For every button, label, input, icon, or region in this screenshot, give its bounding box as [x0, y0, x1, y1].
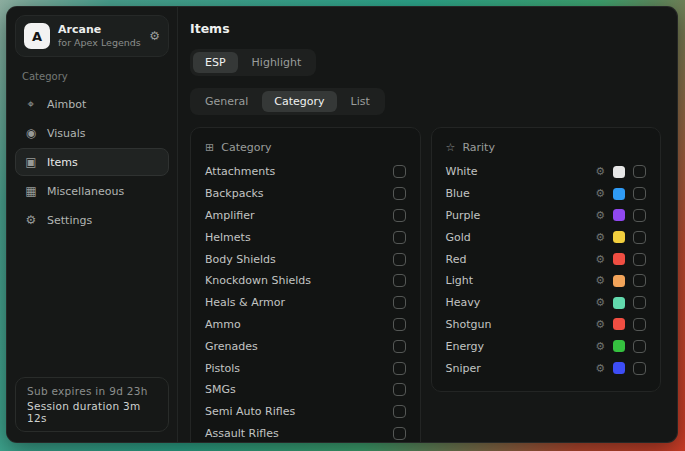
rarity-row: Light ⚙: [446, 270, 647, 292]
rarity-checkbox[interactable]: [633, 296, 646, 309]
gear-icon[interactable]: ⚙: [595, 254, 605, 265]
color-swatch[interactable]: [613, 209, 625, 221]
category-row-label: Backpacks: [205, 187, 264, 200]
rarity-row-label: Purple: [446, 209, 481, 222]
app-subtitle: for Apex Legends: [58, 37, 141, 49]
gear-icon[interactable]: ⚙: [595, 275, 605, 286]
category-row-label: Grenades: [205, 340, 258, 353]
rarity-row: Shotgun ⚙: [446, 314, 647, 336]
category-row: Semi Auto Rifles: [205, 401, 406, 423]
color-swatch[interactable]: [613, 275, 625, 287]
view-tab[interactable]: Category: [262, 91, 336, 112]
category-row: Body Shields: [205, 248, 406, 270]
sidebar-item-label: Items: [47, 156, 78, 169]
color-swatch[interactable]: [613, 231, 625, 243]
sidebar-nav: ⌖ Aimbot ◉ Visuals ▣ Items ▦ Miscellaneo…: [7, 90, 177, 234]
color-swatch[interactable]: [613, 166, 625, 178]
page-title: Items: [190, 21, 661, 36]
rarity-checkbox[interactable]: [633, 362, 646, 375]
view-tab[interactable]: List: [339, 91, 382, 112]
rarity-checkbox[interactable]: [633, 187, 646, 200]
app-title: Arcane: [58, 23, 141, 37]
rarity-checkbox[interactable]: [633, 274, 646, 287]
rarity-row: Gold ⚙: [446, 226, 647, 248]
mode-tab[interactable]: Highlight: [240, 52, 314, 73]
rarity-panel: ☆ Rarity White ⚙: [431, 127, 662, 392]
category-checkbox[interactable]: [393, 383, 406, 396]
category-row: Knockdown Shields: [205, 270, 406, 292]
crosshair-icon: ⌖: [24, 97, 38, 111]
rarity-checkbox[interactable]: [633, 318, 646, 331]
category-row: SMGs: [205, 379, 406, 401]
category-checkbox[interactable]: [393, 340, 406, 353]
category-checkbox[interactable]: [393, 405, 406, 418]
category-row-label: Ammo: [205, 318, 241, 331]
rarity-checkbox[interactable]: [633, 253, 646, 266]
rarity-row-label: Energy: [446, 340, 485, 353]
category-checkbox[interactable]: [393, 296, 406, 309]
rarity-checkbox[interactable]: [633, 231, 646, 244]
rarity-row: Red ⚙: [446, 248, 647, 270]
color-swatch[interactable]: [613, 253, 625, 265]
category-row-label: Amplifier: [205, 209, 255, 222]
category-checkbox[interactable]: [393, 187, 406, 200]
sidebar-item[interactable]: ◉ Visuals: [15, 119, 169, 147]
category-row: Attachments: [205, 161, 406, 183]
gear-icon[interactable]: ⚙: [149, 29, 160, 43]
app-logo: A: [24, 23, 50, 49]
category-row-label: Semi Auto Rifles: [205, 405, 295, 418]
view-tab[interactable]: General: [193, 91, 260, 112]
color-swatch[interactable]: [613, 340, 625, 352]
gear-icon[interactable]: ⚙: [595, 166, 605, 177]
color-swatch[interactable]: [613, 188, 625, 200]
category-row: Grenades: [205, 335, 406, 357]
gear-icon[interactable]: ⚙: [595, 188, 605, 199]
sidebar-item[interactable]: ⚙ Settings: [15, 206, 169, 234]
session-duration-text: Session duration 3m 12s: [27, 400, 157, 424]
gear-icon[interactable]: ⚙: [595, 363, 605, 374]
rarity-checkbox[interactable]: [633, 340, 646, 353]
rarity-row-label: Sniper: [446, 362, 481, 375]
grid-small-icon: ⊞: [205, 141, 214, 154]
gear-icon[interactable]: ⚙: [595, 232, 605, 243]
category-checkbox[interactable]: [393, 231, 406, 244]
mode-tabs: ESP Highlight: [190, 49, 316, 76]
category-row: Heals & Armor: [205, 292, 406, 314]
gear-icon[interactable]: ⚙: [595, 341, 605, 352]
rarity-row: Purple ⚙: [446, 205, 647, 227]
sidebar-item[interactable]: ▣ Items: [15, 148, 169, 176]
category-checkbox[interactable]: [393, 209, 406, 222]
category-checkbox[interactable]: [393, 253, 406, 266]
category-checkbox[interactable]: [393, 165, 406, 178]
color-swatch[interactable]: [613, 297, 625, 309]
app-header-card: A Arcane for Apex Legends ⚙: [15, 15, 169, 57]
rarity-row: Heavy ⚙: [446, 292, 647, 314]
rarity-row: Energy ⚙: [446, 335, 647, 357]
rarity-checkbox[interactable]: [633, 165, 646, 178]
category-row-label: Knockdown Shields: [205, 274, 311, 287]
gear-icon[interactable]: ⚙: [595, 319, 605, 330]
rarity-row-label: Shotgun: [446, 318, 492, 331]
category-checkbox[interactable]: [393, 274, 406, 287]
sidebar-item-label: Settings: [47, 214, 92, 227]
category-checkbox[interactable]: [393, 427, 406, 440]
color-swatch[interactable]: [613, 318, 625, 330]
color-swatch[interactable]: [613, 362, 625, 374]
rarity-checkbox[interactable]: [633, 209, 646, 222]
category-rows: Attachments Backpacks Amplifier: [205, 161, 406, 442]
app-window: A Arcane for Apex Legends ⚙ Category ⌖ A…: [6, 6, 678, 443]
mode-tab[interactable]: ESP: [193, 52, 238, 73]
sidebar-item[interactable]: ⌖ Aimbot: [15, 90, 169, 118]
gear-icon[interactable]: ⚙: [595, 210, 605, 221]
category-checkbox[interactable]: [393, 318, 406, 331]
sidebar-item[interactable]: ▦ Miscellaneous: [15, 177, 169, 205]
gear-icon[interactable]: ⚙: [595, 297, 605, 308]
category-checkbox[interactable]: [393, 362, 406, 375]
desktop: { "app": { "logo_initial": "A", "title":…: [0, 0, 685, 451]
sidebar: A Arcane for Apex Legends ⚙ Category ⌖ A…: [7, 7, 178, 442]
category-row-label: Helmets: [205, 231, 251, 244]
grid-icon: ▦: [24, 184, 38, 198]
rarity-row-label: Gold: [446, 231, 471, 244]
category-row: Helmets: [205, 226, 406, 248]
category-row: Backpacks: [205, 183, 406, 205]
